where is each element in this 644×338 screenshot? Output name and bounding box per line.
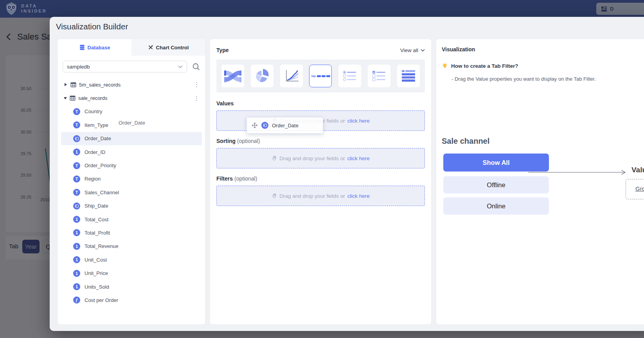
annotation-group-link[interactable]: Group [635, 185, 644, 192]
app-screen: Sales Sa 30.50 30.25 30.00 29.75 29.50 2… [0, 0, 644, 338]
type-section-label: Type [216, 47, 229, 53]
annotation-arrow [528, 170, 628, 175]
date-field-icon [261, 122, 268, 129]
number-field-icon: 1 [73, 216, 80, 223]
sorting-dropzone[interactable]: Drag and drop your fields or click here [216, 148, 425, 168]
owl-logo-icon [5, 2, 17, 15]
app-logo[interactable]: DATA INSIDER [5, 2, 47, 15]
kebab-menu-icon[interactable]: ⋮ [194, 83, 200, 87]
database-select-value: sampledb [67, 64, 90, 70]
field-row[interactable]: TSales_Channel [63, 186, 200, 199]
lightbulb-icon [442, 63, 448, 69]
field-row[interactable]: 1Unit_Price [63, 266, 200, 280]
database-icon [79, 45, 85, 50]
tab-filter-preview: Sale channel Show All Offline Online Val… [442, 137, 644, 215]
tab-chart-control[interactable]: Chart Control [131, 39, 205, 56]
dropzone-hint: Drag and drop your fields or [279, 155, 345, 161]
table-row-5m-sales-records[interactable]: 5m_sales_records ⋮ [63, 78, 200, 91]
dashboard-button[interactable]: D [596, 3, 644, 15]
type-tile-listbox-filter[interactable] [397, 65, 420, 87]
left-panel-tabs: Database Chart Control [58, 39, 205, 56]
type-tile-tab-filter-selected[interactable]: Tab [309, 65, 332, 87]
tools-icon [148, 45, 153, 50]
drag-ghost-label: Order_Date [119, 120, 145, 126]
values-section-label: Values [216, 100, 234, 107]
preview-show-all-button[interactable]: Show All [443, 154, 549, 172]
function-field-icon: ƒ [73, 296, 80, 304]
caret-down-icon[interactable] [64, 97, 67, 99]
drag-hand-icon [272, 155, 277, 161]
drag-hand-icon [272, 193, 277, 199]
table-label: 5m_sales_records [79, 82, 121, 88]
table-row-sale-records[interactable]: sale_records ⋮ [63, 91, 200, 105]
visualization-header: Visualization [442, 46, 644, 52]
preview-online-button[interactable]: Online [443, 197, 549, 215]
tab-filter-icon: Tab [311, 75, 330, 78]
type-tile-radio-filter[interactable] [338, 65, 361, 87]
preview-offline-button[interactable]: Offline [443, 176, 549, 193]
dashboard-icon [601, 6, 607, 12]
date-field-icon [73, 202, 80, 210]
filters-section-label: Filters [216, 175, 233, 182]
dragging-field-chip[interactable]: Order_Date [246, 117, 323, 134]
search-icon[interactable] [192, 63, 200, 71]
tip-body: - Drag the Value properties you want to … [452, 76, 644, 82]
table-icon [70, 82, 76, 88]
field-row[interactable]: 1Total_Cost [63, 213, 200, 226]
text-field-icon: T [73, 175, 80, 183]
visualization-builder-modal: Visualization Builder Database [50, 17, 644, 331]
values-dropzone[interactable]: Drag and drop your fields or click here … [216, 110, 425, 131]
field-row-selected[interactable]: Order_Date [61, 132, 202, 145]
text-field-icon: T [73, 108, 80, 115]
field-row[interactable]: TRegion [63, 172, 200, 186]
field-row[interactable]: ƒCost per Order [63, 293, 200, 307]
view-all-button[interactable]: View all [400, 47, 425, 53]
text-field-icon: T [73, 121, 80, 128]
click-here-link[interactable]: click here [347, 193, 370, 199]
kebab-menu-icon[interactable]: ⋮ [194, 96, 200, 100]
type-tile-sankey[interactable] [221, 65, 244, 87]
field-row[interactable]: 1Order_ID [63, 145, 200, 159]
filters-dropzone[interactable]: Drag and drop your fields or click here [216, 186, 425, 206]
field-row[interactable]: 1Total_Profit [63, 226, 200, 239]
database-select[interactable]: sampledb [63, 61, 187, 72]
modal-title: Visualization Builder [56, 22, 128, 31]
app-logo-text: DATA INSIDER [21, 4, 47, 14]
field-row[interactable]: TCountry [63, 105, 200, 118]
chevron-down-icon [421, 49, 425, 52]
dashboard-button-label: D [610, 6, 613, 12]
text-field-icon: T [73, 189, 80, 196]
listbox-filter-icon [402, 70, 415, 82]
annotation-value-label: Value [631, 166, 644, 174]
checkbox-filter-icon [372, 70, 386, 81]
sankey-chart-icon [224, 69, 241, 83]
type-tile-line[interactable] [280, 65, 303, 87]
table-icon [70, 95, 76, 101]
caret-right-icon[interactable] [65, 83, 67, 86]
table-label: sale_records [78, 95, 107, 101]
chevron-down-icon [178, 65, 183, 68]
number-field-icon: 1 [73, 148, 80, 155]
tab-chart-control-label: Chart Control [156, 45, 189, 51]
field-row[interactable]: 1Units_Sold [63, 280, 200, 293]
click-here-link[interactable]: click here [347, 118, 370, 124]
field-row[interactable]: 1Total_Revenue [63, 240, 200, 253]
tip-title: How to create a Tab Filter? [451, 63, 518, 69]
number-field-icon: 1 [73, 243, 80, 250]
visualization-panel: Visualization How to create a Tab Filter… [436, 39, 644, 324]
field-row[interactable]: 1Unit_Cost [63, 253, 200, 266]
line-chart-icon [284, 69, 299, 83]
database-panel: Database Chart Control sampledb [58, 39, 205, 324]
builder-panel: Type View all [210, 39, 431, 324]
type-tile-checkbox-filter[interactable] [368, 65, 390, 87]
sorting-optional-label: (optional) [237, 138, 260, 144]
annotation-group-box: Group [626, 179, 644, 199]
text-field-icon: T [73, 162, 80, 169]
field-row[interactable]: TOrder_Priority [63, 159, 200, 172]
field-row[interactable]: Ship_Date [63, 199, 200, 213]
sorting-section-label: Sorting [216, 138, 236, 144]
filters-optional-label: (optional) [234, 175, 257, 182]
type-tile-pie[interactable] [251, 65, 273, 87]
click-here-link[interactable]: click here [347, 155, 370, 161]
tab-database[interactable]: Database [58, 39, 131, 56]
